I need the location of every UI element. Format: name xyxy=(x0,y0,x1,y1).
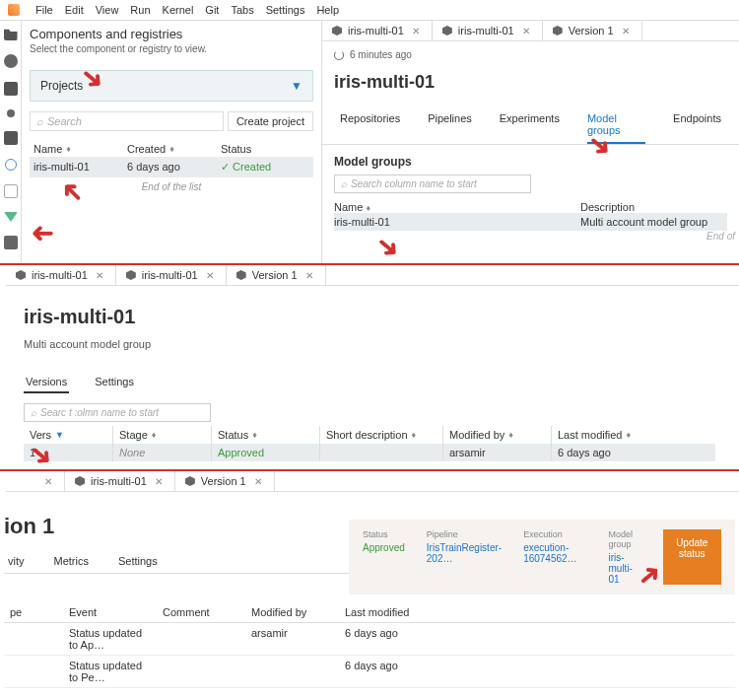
mg-col-desc[interactable]: Description xyxy=(580,201,727,213)
col-status[interactable]: Status xyxy=(221,143,300,155)
tab[interactable]: ✕ xyxy=(6,471,65,491)
menu-tabs[interactable]: Tabs xyxy=(231,4,253,16)
pipeline-link[interactable]: IrisTrainRegister-202… xyxy=(427,542,502,564)
event-row: Status updated to Ap… arsamir 6 days ago xyxy=(4,623,735,656)
top-pane: Components and registries Select the com… xyxy=(0,21,739,263)
tab-project-1[interactable]: iris-multi-01✕ xyxy=(322,21,433,40)
tab[interactable]: iris-multi-01✕ xyxy=(6,265,116,285)
box-icon[interactable] xyxy=(4,184,18,198)
folder-icon[interactable] xyxy=(4,27,18,40)
tab-endpoints[interactable]: Endpoints xyxy=(673,112,721,144)
triangle-icon[interactable] xyxy=(4,212,18,222)
cube-icon xyxy=(332,26,342,35)
col-name[interactable]: Name♦ xyxy=(34,143,127,155)
menu-git[interactable]: Git xyxy=(205,4,219,16)
app-logo xyxy=(8,4,20,16)
left-panel: Components and registries Select the com… xyxy=(22,21,322,263)
tab[interactable]: iris-multi-01✕ xyxy=(116,265,227,285)
col-comment[interactable]: Comment xyxy=(157,602,245,622)
close-icon[interactable]: ✕ xyxy=(153,476,165,487)
ext-icon[interactable] xyxy=(4,82,18,96)
project-row[interactable]: iris-multi-01 6 days ago ✓ Created xyxy=(30,157,313,177)
end-of: End of xyxy=(322,231,739,242)
project-title: iris-multi-01 xyxy=(322,68,739,97)
tab[interactable]: Version 1✕ xyxy=(227,265,326,285)
col-when[interactable]: Last modified xyxy=(339,602,437,622)
col-version[interactable]: Vers▼ xyxy=(24,426,112,444)
tab-model-groups[interactable]: Model groups xyxy=(587,112,645,144)
tab-versions[interactable]: Versions xyxy=(24,372,69,393)
tab[interactable]: iris-multi-01✕ xyxy=(65,471,175,491)
cube-icon xyxy=(75,476,85,486)
cube-icon xyxy=(553,26,563,35)
close-icon[interactable]: ✕ xyxy=(42,476,54,487)
col-by[interactable]: Modified by♦ xyxy=(442,426,551,444)
col-by[interactable]: Modified by xyxy=(245,602,339,622)
create-project-button[interactable]: Create project xyxy=(228,111,313,131)
cube-icon xyxy=(185,476,195,486)
menu-kernel[interactable]: Kernel xyxy=(163,4,194,16)
version-detail: ion 1 vity Metrics Settings StatusApprov… xyxy=(0,492,739,700)
right-panel: iris-multi-01✕ iris-multi-01✕ Version 1✕… xyxy=(322,21,739,263)
close-icon[interactable]: ✕ xyxy=(204,270,216,281)
close-icon[interactable]: ✕ xyxy=(520,26,532,36)
close-icon[interactable]: ✕ xyxy=(410,26,422,36)
close-icon[interactable]: ✕ xyxy=(252,476,264,487)
tabbar-top: iris-multi-01✕ iris-multi-01✕ Version 1✕ xyxy=(322,21,739,41)
cube-icon xyxy=(236,270,246,280)
close-icon[interactable]: ✕ xyxy=(303,270,315,281)
menu-view[interactable]: View xyxy=(96,4,119,16)
tab-pipelines[interactable]: Pipelines xyxy=(428,112,472,144)
tab-version[interactable]: Version 1✕ xyxy=(543,21,642,40)
tab-experiments[interactable]: Experiments xyxy=(500,112,560,144)
puzzle-icon[interactable] xyxy=(4,236,18,249)
registry-dropdown[interactable]: Projects ▼ xyxy=(30,70,313,102)
search-icon[interactable] xyxy=(7,109,15,117)
tab-repositories[interactable]: Repositories xyxy=(340,112,400,144)
col-type[interactable]: pe xyxy=(4,602,63,622)
model-group-link[interactable]: iris-multi-01 xyxy=(608,552,640,585)
col-stage[interactable]: Stage♦ xyxy=(112,426,211,444)
mg-search-input[interactable]: ⌕Search column name to start xyxy=(334,175,531,193)
list-icon[interactable] xyxy=(4,131,18,145)
version-title: ion 1 xyxy=(4,500,349,549)
col-status[interactable]: Status♦ xyxy=(211,426,319,444)
tab-project-2[interactable]: iris-multi-01✕ xyxy=(433,21,543,40)
version-row[interactable]: 1 None Approved arsamir 6 days ago xyxy=(24,444,715,461)
tab[interactable]: Version 1✕ xyxy=(175,471,275,491)
col-event[interactable]: Event xyxy=(63,602,157,622)
execution-link[interactable]: execution-16074562… xyxy=(523,542,586,564)
panel-subtitle: Select the component or registry to view… xyxy=(30,43,313,54)
tab-activity[interactable]: vity xyxy=(6,549,27,573)
git-icon[interactable] xyxy=(4,54,18,68)
close-icon[interactable]: ✕ xyxy=(94,270,105,281)
mg-subtitle: Multi account model group xyxy=(24,338,715,350)
magnifier-icon: ⌕ xyxy=(36,115,43,127)
tabbar-mid: iris-multi-01✕ iris-multi-01✕ Version 1✕ xyxy=(6,265,739,286)
menu-help[interactable]: Help xyxy=(316,4,339,16)
menu-file[interactable]: File xyxy=(35,4,53,16)
tab-settings[interactable]: Settings xyxy=(116,549,160,573)
share-icon[interactable] xyxy=(5,159,17,171)
mg-row[interactable]: iris-multi-01 Multi account model group xyxy=(334,213,727,231)
reload-icon[interactable] xyxy=(334,50,344,60)
tabbar-bot: ✕ iris-multi-01✕ Version 1✕ xyxy=(6,471,739,492)
col-created[interactable]: Created♦ xyxy=(127,143,221,155)
menu-settings[interactable]: Settings xyxy=(266,4,305,16)
mg-col-name[interactable]: Name ♦ xyxy=(334,201,580,213)
col-when[interactable]: Last modified♦ xyxy=(551,426,669,444)
sidebar xyxy=(0,21,22,263)
tab-settings[interactable]: Settings xyxy=(93,372,136,393)
version-search-input[interactable]: ⌕Searc t :olmn name to start xyxy=(24,403,211,422)
project-search-input[interactable]: ⌕ Search xyxy=(30,111,224,131)
update-status-button[interactable]: Update status xyxy=(663,529,721,585)
refreshed-label: 6 minutes ago xyxy=(350,49,412,60)
col-desc[interactable]: Short description♦ xyxy=(319,426,442,444)
magnifier-icon: ⌕ xyxy=(341,178,347,189)
cube-icon xyxy=(16,270,26,280)
tab-metrics[interactable]: Metrics xyxy=(52,549,91,573)
menu-run[interactable]: Run xyxy=(130,4,150,16)
menu-edit[interactable]: Edit xyxy=(65,4,84,16)
close-icon[interactable]: ✕ xyxy=(620,26,632,36)
dropdown-label: Projects xyxy=(40,79,83,93)
